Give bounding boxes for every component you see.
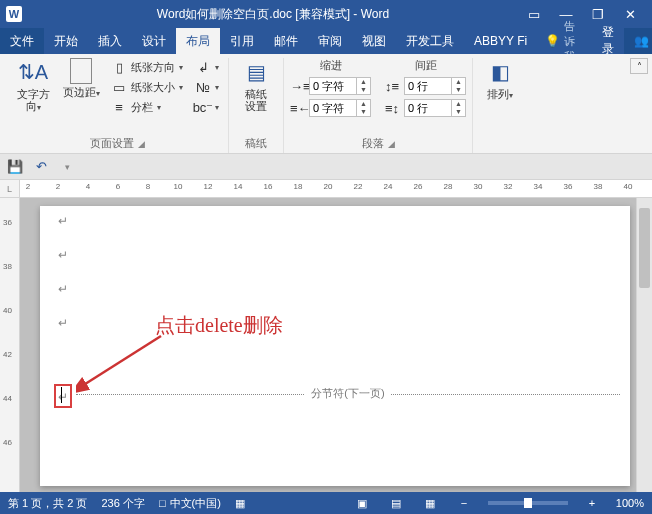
ruler-tick: 38 [594, 182, 603, 191]
ruler-tick: 26 [414, 182, 423, 191]
line-numbers-button[interactable]: №▾ [192, 78, 222, 96]
ruler-tick: 6 [116, 182, 120, 191]
tab-home[interactable]: 开始 [44, 28, 88, 54]
hyphenation-icon: bc⁻ [195, 99, 211, 115]
tab-file[interactable]: 文件 [0, 28, 44, 54]
status-page[interactable]: 第 1 页，共 2 页 [8, 496, 87, 511]
annotation-text: 点击delete删除 [155, 312, 283, 339]
tab-abbyy[interactable]: ABBYY Fi [464, 28, 537, 54]
tab-mailings[interactable]: 邮件 [264, 28, 308, 54]
ruler-tick: 36 [3, 218, 12, 227]
zoom-slider[interactable] [488, 501, 568, 505]
margins-icon [70, 58, 92, 84]
tab-references[interactable]: 引用 [220, 28, 264, 54]
status-bar: 第 1 页，共 2 页 236 个字 □中文(中国) ▦ ▣ ▤ ▦ − + 1… [0, 492, 652, 514]
zoom-in-icon[interactable]: + [582, 497, 602, 509]
text-direction-button[interactable]: ⇅A 文字方向▾ [12, 58, 54, 113]
breaks-button[interactable]: ↲▾ [192, 58, 222, 76]
window-title: Word如何删除空白页.doc [兼容模式] - Word [28, 6, 518, 23]
spacing-after-icon: ≡↕ [385, 101, 401, 116]
indent-left-icon: →≡ [290, 79, 306, 94]
title-bar: W Word如何删除空白页.doc [兼容模式] - Word ▭ — ❐ ✕ [0, 0, 652, 28]
svg-line-0 [82, 336, 161, 386]
share-icon: 👥 [634, 34, 649, 48]
ruler-tick: 10 [174, 182, 183, 191]
ruler-tick: 32 [504, 182, 513, 191]
arrange-button[interactable]: ◧ 排列▾ [479, 58, 521, 101]
margins-button[interactable]: 页边距▾ [60, 58, 102, 99]
save-icon[interactable]: 💾 [6, 158, 24, 176]
scrollbar-vertical[interactable] [636, 198, 652, 492]
zoom-level[interactable]: 100% [616, 497, 644, 509]
spin-down-icon[interactable]: ▼ [452, 86, 465, 94]
section-break-marker[interactable]: 分节符(下一页) [76, 394, 620, 410]
manuscript-button[interactable]: ▤ 稿纸 设置 [235, 58, 277, 112]
ruler-tick: 28 [444, 182, 453, 191]
paragraph-mark-icon: ↵ [58, 248, 68, 262]
ruler-tick: 4 [86, 182, 90, 191]
spin-down-icon[interactable]: ▼ [357, 86, 370, 94]
group-arrange: ◧ 排列▾ [473, 58, 527, 153]
ruler-tick: 20 [324, 182, 333, 191]
ruler-tick: 38 [3, 262, 12, 271]
tab-insert[interactable]: 插入 [88, 28, 132, 54]
print-layout-icon[interactable]: ▤ [386, 497, 406, 510]
collapse-ribbon-icon[interactable]: ˄ [630, 58, 648, 74]
status-macro-icon[interactable]: ▦ [235, 497, 245, 510]
ruler-vertical[interactable]: 363840424446 [0, 198, 20, 492]
tab-review[interactable]: 审阅 [308, 28, 352, 54]
quick-access-toolbar: 💾 ↶ ▾ [0, 154, 652, 180]
columns-button[interactable]: ≡分栏▾ [108, 98, 186, 116]
status-language[interactable]: □中文(中国) [159, 496, 221, 511]
orientation-button[interactable]: ▯纸张方向▾ [108, 58, 186, 76]
paragraph-launcher-icon[interactable]: ◢ [388, 139, 395, 149]
spin-down-icon[interactable]: ▼ [357, 108, 370, 116]
orientation-icon: ▯ [111, 59, 127, 75]
hyphenation-button[interactable]: bc⁻▾ [192, 98, 222, 116]
ribbon-display-icon[interactable]: ▭ [518, 2, 550, 26]
zoom-out-icon[interactable]: − [454, 497, 474, 509]
qat-customize-icon[interactable]: ▾ [58, 158, 76, 176]
undo-icon[interactable]: ↶ [32, 158, 50, 176]
ruler-tick: 18 [294, 182, 303, 191]
share-button[interactable]: 👥共享 [624, 28, 652, 54]
web-layout-icon[interactable]: ▦ [420, 497, 440, 510]
ribbon: ˄ ⇅A 文字方向▾ 页边距▾ ▯纸张方向▾ ▭纸张大小▾ ≡分栏▾ ↲▾ [0, 54, 652, 154]
spin-up-icon[interactable]: ▲ [357, 78, 370, 86]
tab-developer[interactable]: 开发工具 [396, 28, 464, 54]
spin-up-icon[interactable]: ▲ [452, 100, 465, 108]
read-mode-icon[interactable]: ▣ [352, 497, 372, 510]
zoom-thumb[interactable] [524, 498, 532, 508]
ruler-tick: 22 [354, 182, 363, 191]
tab-view[interactable]: 视图 [352, 28, 396, 54]
indent-left-input[interactable]: ▲▼ [309, 77, 371, 95]
ruler-tick: 36 [564, 182, 573, 191]
login-button[interactable]: 登录 [592, 28, 624, 54]
ruler-tick: 16 [264, 182, 273, 191]
group-page-setup: ⇅A 文字方向▾ 页边距▾ ▯纸张方向▾ ▭纸张大小▾ ≡分栏▾ ↲▾ №▾ b… [6, 58, 229, 153]
tab-design[interactable]: 设计 [132, 28, 176, 54]
close-icon[interactable]: ✕ [614, 2, 646, 26]
ruler-horizontal[interactable]: L 2246810121416182022242628303234363840 [0, 180, 652, 198]
page[interactable]: ↵ ↵ ↵ ↵ ↵ 点击delete删除 分节符(下一页) [40, 206, 630, 486]
scrollbar-thumb[interactable] [639, 208, 650, 288]
spacing-before-input[interactable]: ▲▼ [404, 77, 466, 95]
tell-me[interactable]: 💡告诉我... [537, 28, 592, 54]
indent-right-input[interactable]: ▲▼ [309, 99, 371, 117]
spin-up-icon[interactable]: ▲ [357, 100, 370, 108]
spacing-after-input[interactable]: ▲▼ [404, 99, 466, 117]
spacing-before-icon: ↕≡ [385, 79, 401, 94]
status-word-count[interactable]: 236 个字 [101, 496, 144, 511]
paper-size-button[interactable]: ▭纸张大小▾ [108, 78, 186, 96]
page-setup-launcher-icon[interactable]: ◢ [138, 139, 145, 149]
ruler-tick: 30 [474, 182, 483, 191]
spin-up-icon[interactable]: ▲ [452, 78, 465, 86]
text-cursor-icon [61, 387, 62, 403]
ruler-tick: 2 [26, 182, 30, 191]
line-numbers-icon: № [195, 79, 211, 95]
tab-layout[interactable]: 布局 [176, 28, 220, 54]
spin-down-icon[interactable]: ▼ [452, 108, 465, 116]
ruler-tick: 34 [534, 182, 543, 191]
restore-icon[interactable]: ❐ [582, 2, 614, 26]
columns-icon: ≡ [111, 99, 127, 115]
